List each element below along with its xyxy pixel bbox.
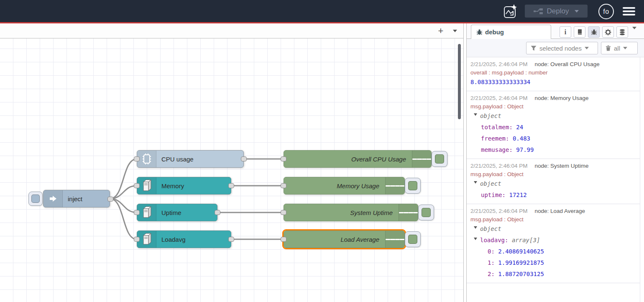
deploy-icon	[534, 8, 543, 15]
debug-tab-button[interactable]	[588, 26, 600, 38]
node-label: Uptime	[161, 204, 181, 221]
sidebar-menu-button[interactable]	[632, 29, 636, 37]
help-tab-button[interactable]	[574, 26, 585, 38]
ai-flow-icon[interactable]	[502, 3, 518, 20]
debug-toggle-inner	[422, 208, 431, 217]
output-port[interactable]	[215, 210, 220, 215]
input-port[interactable]	[281, 183, 286, 188]
inject-trigger-button[interactable]	[28, 192, 43, 206]
debug-sidebar: debug i	[467, 23, 644, 302]
debug-message[interactable]: 2/21/2025, 2:46:04 PM node: Memory Usage…	[467, 91, 640, 159]
deploy-caret-icon[interactable]	[575, 10, 579, 15]
debug-toggle-inner	[408, 181, 417, 190]
object-row[interactable]: object	[467, 178, 640, 189]
object-row[interactable]: object	[467, 110, 640, 122]
array-value: 2.40869140625	[498, 248, 544, 255]
output-port[interactable]	[107, 197, 113, 202]
flow-list-button[interactable]	[450, 25, 460, 37]
info-icon: i	[565, 28, 566, 36]
message-timestamp: 2/21/2025, 2:46:04 PM	[470, 95, 528, 101]
clear-dropdown[interactable]: all	[601, 42, 638, 54]
config-tab-button[interactable]	[602, 26, 614, 38]
input-port[interactable]	[134, 156, 140, 161]
node-label: System Uptime	[350, 204, 393, 221]
output-port[interactable]	[228, 183, 234, 188]
array-value: 1.88720703125	[498, 271, 544, 277]
object-key: uptime:	[481, 192, 506, 198]
array-row[interactable]: loadavg: array[3]	[467, 235, 640, 246]
node-debug-load-average[interactable]: Load Average	[284, 230, 405, 248]
input-port[interactable]	[134, 237, 140, 242]
trash-icon	[606, 45, 611, 51]
debug-lines-icon	[412, 151, 431, 167]
object-value: 17212	[509, 192, 526, 198]
node-debug-overall-cpu[interactable]: Overall CPU Usage	[284, 150, 432, 168]
computer-tower-icon	[137, 231, 156, 248]
debug-message[interactable]: 2/21/2025, 2:46:04 PM node: Overall CPU …	[467, 57, 640, 91]
chevron-down-icon	[453, 30, 457, 34]
node-debug-memory-usage[interactable]: Memory Usage	[284, 177, 405, 195]
workspace-grid[interactable]: inject CPU usage	[0, 38, 463, 302]
add-flow-button[interactable]: +	[435, 25, 447, 37]
node-memory[interactable]: Memory	[137, 177, 231, 195]
key-value-row: totalmem: 24	[467, 122, 640, 133]
node-uptime[interactable]: Uptime	[137, 204, 217, 221]
context-tab-button[interactable]	[616, 26, 628, 38]
debug-message-list[interactable]: 2/21/2025, 2:46:04 PM node: Overall CPU …	[467, 57, 640, 302]
hamburger-menu-icon[interactable]	[622, 6, 636, 16]
sidebar-splitter[interactable]	[463, 23, 467, 302]
caret-down-icon[interactable]	[474, 181, 477, 185]
node-cpu-usage[interactable]: CPU usage	[137, 150, 244, 168]
caret-down-icon[interactable]	[474, 226, 477, 230]
debug-message[interactable]: 2/21/2025, 2:46:04 PM node: Load Average…	[467, 204, 640, 283]
message-path: msg.payload : Object	[467, 102, 640, 110]
avatar-initials: fo	[603, 8, 609, 15]
deploy-label: Deploy	[547, 7, 569, 15]
app-header: Deploy fo	[0, 0, 644, 22]
sidebar-tabbar: debug i	[467, 23, 644, 39]
bug-icon	[476, 29, 483, 35]
array-value: 1.99169921875	[498, 259, 544, 266]
message-node: node: Memory Usage	[534, 95, 588, 101]
node-debug-system-uptime[interactable]: System Uptime	[284, 204, 418, 221]
node-loadavg[interactable]: Loadavg	[137, 230, 231, 248]
debug-message[interactable]: 2/21/2025, 2:46:04 PM node: System Uptim…	[467, 159, 640, 204]
flow-canvas: + inject	[0, 23, 463, 302]
input-port[interactable]	[134, 210, 140, 215]
deploy-button[interactable]: Deploy	[525, 5, 588, 18]
object-key: memusage:	[481, 146, 513, 153]
debug-toggle-button[interactable]	[405, 178, 421, 194]
object-row[interactable]: object	[467, 223, 640, 235]
node-label: Memory Usage	[337, 177, 379, 194]
caret-down-icon[interactable]	[474, 238, 477, 242]
debug-toggle-button[interactable]	[405, 231, 421, 247]
debug-lines-icon	[385, 177, 404, 194]
canvas-scrollbar[interactable]	[458, 44, 461, 119]
input-port[interactable]	[281, 210, 286, 215]
flow-sparkle-icon	[502, 3, 518, 20]
workspace-tabbar: +	[0, 23, 463, 38]
input-port[interactable]	[134, 183, 140, 188]
node-label: Load Average	[340, 231, 379, 248]
chevron-down-icon	[632, 27, 636, 38]
output-port[interactable]	[228, 237, 234, 242]
message-timestamp: 2/21/2025, 2:46:04 PM	[470, 61, 528, 67]
tab-debug-label: debug	[485, 28, 504, 36]
object-value: 97.99	[516, 146, 534, 153]
info-tab-button[interactable]: i	[560, 26, 571, 38]
debug-toggle-button[interactable]	[418, 205, 434, 220]
caret-down-icon[interactable]	[474, 113, 477, 118]
debug-toggle-button[interactable]	[432, 151, 447, 167]
node-label: Loadavg	[161, 231, 186, 248]
cpu-chip-icon	[137, 151, 156, 167]
filter-dropdown[interactable]: selected nodes	[526, 42, 598, 54]
tab-debug[interactable]: debug	[471, 25, 551, 39]
key-value-row: 1: 1.99169921875	[467, 257, 640, 269]
debug-toolbar: selected nodes all	[467, 39, 644, 57]
wire[interactable]	[110, 199, 137, 212]
input-port[interactable]	[281, 237, 286, 242]
output-port[interactable]	[241, 156, 247, 161]
user-avatar[interactable]: fo	[598, 4, 614, 19]
input-port[interactable]	[281, 156, 286, 161]
node-inject[interactable]: inject	[43, 190, 110, 207]
